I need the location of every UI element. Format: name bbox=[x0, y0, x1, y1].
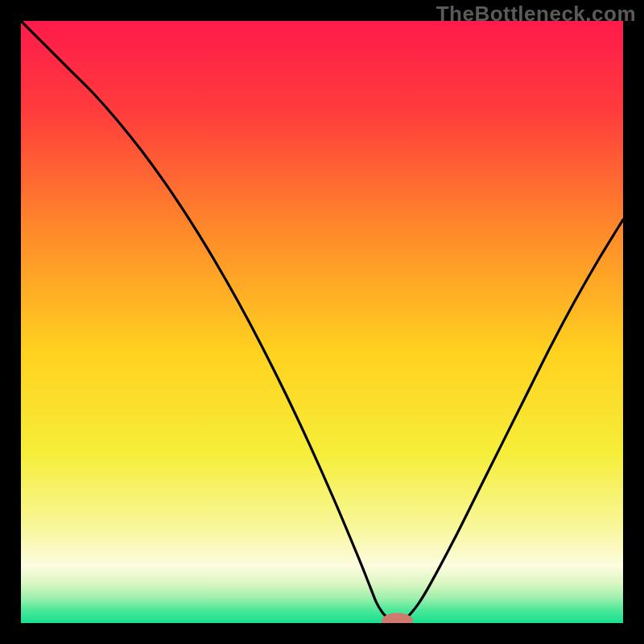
chart-container: TheBottleneck.com bbox=[0, 0, 644, 644]
plot-area bbox=[21, 21, 623, 623]
watermark-text: TheBottleneck.com bbox=[436, 2, 636, 27]
gradient-background bbox=[21, 21, 623, 623]
bottleneck-chart bbox=[21, 21, 623, 623]
